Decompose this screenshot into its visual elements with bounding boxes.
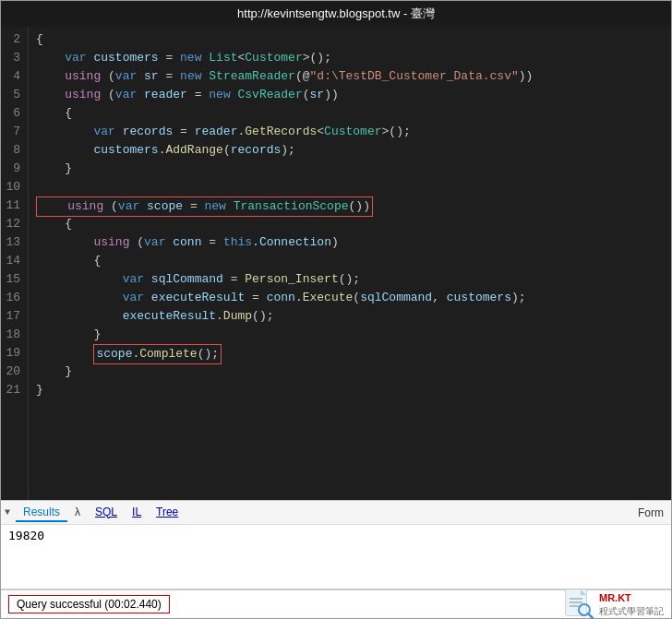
code-line: using (var conn = this.Connection) <box>36 233 664 252</box>
main-window: http://kevintsengtw.blogspot.tw - 臺灣 2 3… <box>0 0 672 619</box>
code-line: using (var reader = new CsvReader(sr)) <box>36 86 664 104</box>
tab-results[interactable]: Results <box>16 504 67 522</box>
query-status-text: Query successful (00:02.440) <box>17 598 162 611</box>
results-tab-bar: ▼ Results λ SQL IL Tree Form <box>1 500 671 524</box>
code-line: var sqlCommand = Person_Insert(); <box>36 270 664 289</box>
code-line: { <box>36 252 664 270</box>
tab-form-label[interactable]: Form <box>638 506 667 519</box>
code-line: } <box>36 363 664 381</box>
mrkt-label: MR.KT <box>599 591 664 604</box>
code-content: { var customers = new List<Customer>(); … <box>29 27 671 500</box>
results-output: 19820 <box>1 524 671 589</box>
code-line: executeResult.Dump(); <box>36 307 664 326</box>
code-line-highlighted: using (var scope = new TransactionScope(… <box>36 196 664 215</box>
code-line: } <box>36 326 664 344</box>
code-line: customers.AddRange(records); <box>36 141 664 160</box>
query-result-value: 19820 <box>8 529 44 542</box>
code-line-scope-complete: scope.Complete(); <box>36 344 664 363</box>
line-numbers: 2 3 4 5 6 7 8 9 10 11 12 13 14 15 16 17 … <box>1 27 29 500</box>
tab-arrow[interactable]: ▼ <box>5 507 10 518</box>
tab-sql[interactable]: SQL <box>88 504 125 522</box>
svg-line-7 <box>588 613 593 618</box>
tab-tree[interactable]: Tree <box>149 504 186 522</box>
mrkt-logo: MR.KT 程式式學習筆記 <box>562 588 664 619</box>
mrkt-icon <box>562 588 595 619</box>
code-line: var customers = new List<Customer>(); <box>36 49 664 67</box>
title-bar: http://kevintsengtw.blogspot.tw - 臺灣 <box>1 1 671 27</box>
code-line: } <box>36 160 664 178</box>
tab-lambda[interactable]: λ <box>67 504 88 522</box>
status-left: Query successful (00:02.440) <box>8 595 170 613</box>
code-line: } <box>36 381 664 399</box>
code-line: { <box>36 30 664 49</box>
mrkt-text: MR.KT 程式式學習筆記 <box>599 591 664 616</box>
code-line <box>36 178 664 196</box>
code-line: { <box>36 104 664 123</box>
code-line: { <box>36 215 664 233</box>
title-text: http://kevintsengtw.blogspot.tw - 臺灣 <box>237 6 435 20</box>
code-editor: 2 3 4 5 6 7 8 9 10 11 12 13 14 15 16 17 … <box>1 27 671 500</box>
query-status-badge: Query successful (00:02.440) <box>8 595 170 613</box>
code-scroll: 2 3 4 5 6 7 8 9 10 11 12 13 14 15 16 17 … <box>1 27 671 500</box>
mrkt-subtitle: 程式式學習筆記 <box>599 605 664 617</box>
code-line: var executeResult = conn.Execute(sqlComm… <box>36 289 664 307</box>
status-bar: Query successful (00:02.440) <box>1 589 671 618</box>
tab-il[interactable]: IL <box>125 504 149 522</box>
code-line: using (var sr = new StreamReader(@"d:\Te… <box>36 67 664 86</box>
code-line: var records = reader.GetRecords<Customer… <box>36 123 664 141</box>
